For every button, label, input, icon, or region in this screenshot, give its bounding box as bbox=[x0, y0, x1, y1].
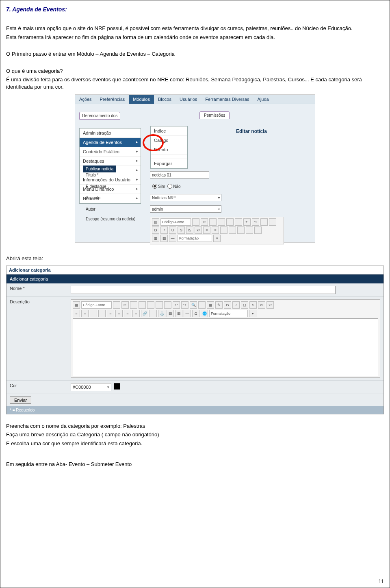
menu-usuarios[interactable]: Usuários bbox=[176, 95, 201, 104]
menu-ferramentas[interactable]: Ferramentas Diversas bbox=[201, 95, 253, 104]
anchor-icon[interactable]: ⚓ bbox=[158, 310, 165, 317]
outdent-icon[interactable] bbox=[220, 226, 228, 234]
ol-icon[interactable]: ≡ bbox=[73, 310, 80, 317]
descricao-textarea[interactable] bbox=[73, 318, 378, 376]
hr-icon[interactable]: — bbox=[184, 310, 191, 317]
menu-preferencias[interactable]: Preferências bbox=[96, 95, 129, 104]
clear-icon[interactable]: ✎ bbox=[215, 301, 223, 309]
input-nome[interactable] bbox=[71, 286, 336, 294]
sup-icon[interactable]: x² bbox=[266, 301, 274, 309]
align-l-icon[interactable]: ≡ bbox=[107, 310, 114, 317]
table-icon[interactable]: ▦ bbox=[175, 310, 182, 317]
dd-icon[interactable]: ▾ bbox=[249, 310, 256, 317]
print-icon[interactable] bbox=[235, 218, 242, 226]
ul-icon[interactable]: ≡ bbox=[212, 226, 219, 234]
globe-icon[interactable]: 🌐 bbox=[201, 310, 208, 317]
footer-line-1: Preencha com o nome da categoria por exe… bbox=[6, 422, 384, 430]
input-titulo[interactable]: noticias 01 bbox=[150, 171, 209, 179]
unlink-icon[interactable] bbox=[150, 310, 157, 317]
menu-modulos[interactable]: Módulos bbox=[129, 95, 154, 104]
menu-blocos[interactable]: Blocos bbox=[154, 95, 176, 104]
submenu-expurgar[interactable]: Expurgar bbox=[151, 159, 187, 168]
align-l-icon[interactable] bbox=[237, 226, 245, 234]
italic-icon[interactable]: I bbox=[232, 301, 240, 309]
print-icon[interactable] bbox=[156, 301, 163, 309]
dd-icon[interactable]: ▾ bbox=[213, 235, 221, 242]
indent-icon[interactable] bbox=[229, 226, 236, 234]
align-c-icon[interactable] bbox=[246, 226, 253, 234]
formatacao-select[interactable]: Formatação bbox=[209, 310, 248, 317]
dd-destaques[interactable]: Destaques bbox=[80, 157, 141, 166]
undo-icon[interactable]: ↶ bbox=[243, 218, 251, 226]
ol-icon[interactable]: ≡ bbox=[203, 226, 210, 234]
image-icon[interactable]: ▦ bbox=[152, 235, 159, 242]
paste-icon[interactable] bbox=[130, 301, 137, 309]
src-icon[interactable]: ▦ bbox=[73, 301, 80, 309]
bold-icon[interactable]: B bbox=[224, 301, 231, 309]
replace-icon[interactable] bbox=[198, 301, 206, 309]
codigo-fonte-button[interactable]: Código-Fonte bbox=[81, 301, 112, 309]
outdent-icon[interactable] bbox=[90, 310, 97, 317]
underline-icon[interactable]: U bbox=[169, 226, 176, 234]
table-icon[interactable]: ▦ bbox=[160, 235, 168, 242]
ul-icon[interactable]: ≡ bbox=[81, 310, 89, 317]
redo-icon[interactable]: ↷ bbox=[181, 301, 188, 309]
panel-title: Editar notícia bbox=[236, 128, 267, 134]
copy-icon[interactable] bbox=[192, 218, 199, 226]
label-sim: Sim bbox=[158, 184, 165, 189]
radio-nao[interactable] bbox=[167, 184, 172, 189]
redo-icon[interactable]: ↷ bbox=[252, 218, 259, 226]
bold-icon[interactable]: B bbox=[152, 226, 159, 234]
src-icon[interactable]: ▤ bbox=[152, 218, 159, 226]
align-r-icon[interactable]: ≡ bbox=[124, 310, 131, 317]
link-icon[interactable]: 🔗 bbox=[141, 310, 148, 317]
add-categoria-header-bar: Adicionar categoria bbox=[6, 274, 384, 283]
align-r-icon[interactable] bbox=[254, 226, 262, 234]
sub-icon[interactable]: x₂ bbox=[186, 226, 193, 234]
copy-icon[interactable] bbox=[113, 301, 120, 309]
select-icon[interactable]: ▦ bbox=[207, 301, 214, 309]
menu-ajuda[interactable]: Ajuda bbox=[254, 95, 273, 104]
sub-icon[interactable]: x₂ bbox=[258, 301, 265, 309]
select-assunto[interactable]: Notícias NRE▾ bbox=[150, 194, 221, 201]
replace-icon[interactable] bbox=[269, 218, 276, 226]
special-icon[interactable]: Ω bbox=[192, 310, 199, 317]
hr-icon[interactable]: — bbox=[169, 235, 176, 242]
paste3-icon[interactable] bbox=[147, 301, 154, 309]
find-icon[interactable]: 🔍 bbox=[190, 301, 197, 309]
dd-administracao[interactable]: Administração bbox=[80, 128, 141, 138]
paste3-icon[interactable] bbox=[226, 218, 234, 226]
formatacao-select[interactable]: Formatação bbox=[178, 235, 212, 242]
label-descricao: Descrição bbox=[10, 299, 71, 304]
cut-icon[interactable]: ✂ bbox=[121, 301, 129, 309]
cut-icon[interactable]: ✂ bbox=[201, 218, 208, 226]
select-cor[interactable]: #C00000 bbox=[71, 383, 111, 391]
radio-sim[interactable] bbox=[152, 184, 157, 189]
add-categoria-link[interactable]: Adicionar categoria bbox=[6, 266, 384, 274]
align-j-icon[interactable]: ≡ bbox=[132, 310, 140, 317]
tab-gerenciamento[interactable]: Gerenciamento dos bbox=[79, 112, 120, 120]
submenu-blank[interactable] bbox=[151, 155, 187, 159]
underline-icon[interactable]: U bbox=[241, 301, 248, 309]
find-icon[interactable] bbox=[260, 218, 268, 226]
menu-acoes[interactable]: Ações bbox=[75, 95, 96, 104]
tab-permissoes[interactable]: Permissões bbox=[199, 111, 230, 119]
undo-icon[interactable]: ↶ bbox=[173, 301, 180, 309]
strike-icon[interactable]: S bbox=[249, 301, 257, 309]
strike-icon[interactable]: S bbox=[178, 226, 185, 234]
enviar-button[interactable]: Enviar bbox=[10, 396, 31, 404]
codigo-fonte-button[interactable]: Código-Fonte bbox=[160, 218, 191, 226]
image-icon[interactable]: ▦ bbox=[167, 310, 174, 317]
italic-icon[interactable]: I bbox=[160, 226, 168, 234]
indent-icon[interactable] bbox=[98, 310, 106, 317]
paste-icon[interactable] bbox=[209, 218, 217, 226]
spell-icon[interactable] bbox=[164, 301, 171, 309]
dd-agenda-eventos[interactable]: Agenda de Eventos bbox=[80, 138, 141, 147]
screenshot-menu-navigation: Ações Preferências Módulos Blocos Usuári… bbox=[75, 94, 315, 243]
sup-icon[interactable]: x² bbox=[195, 226, 202, 234]
align-c-icon[interactable]: ≡ bbox=[115, 310, 123, 317]
paste2-icon[interactable] bbox=[139, 301, 146, 309]
select-autor[interactable]: admin▾ bbox=[150, 205, 221, 213]
dd-conteudo-estatico[interactable]: Conteúdo Estático bbox=[80, 147, 141, 157]
paste2-icon[interactable] bbox=[218, 218, 225, 226]
